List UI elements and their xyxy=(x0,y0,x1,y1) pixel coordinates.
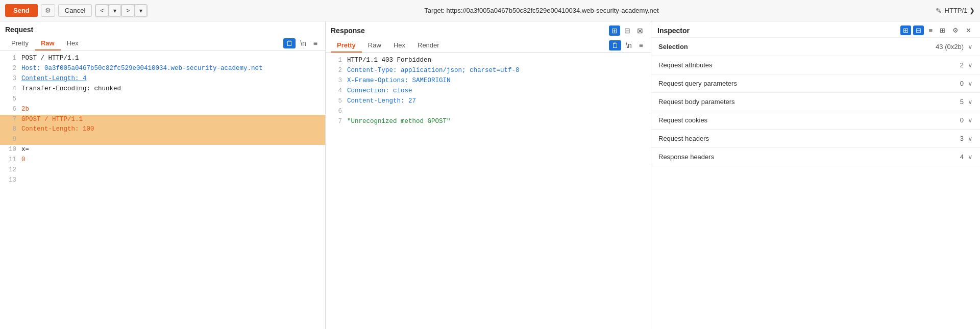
inspector-settings-icon[interactable]: ⚙ xyxy=(950,26,961,35)
tab-request-raw[interactable]: Raw xyxy=(35,37,61,50)
toolbar-target: Target: https://0a3f005a0467b50c82fc529e… xyxy=(151,7,932,14)
code-line: 7 "Unrecognized method GPOST" xyxy=(326,117,651,127)
inspector-align-icon[interactable]: ≡ xyxy=(926,26,935,35)
code-line-selected: 9 xyxy=(0,135,325,145)
resp-view-icon1[interactable]: ⊞ xyxy=(609,26,620,36)
inspector-title: Inspector xyxy=(657,27,900,35)
request-list-icon[interactable]: ≡ xyxy=(311,38,320,48)
http-version[interactable]: HTTP/1 ❯ xyxy=(945,7,975,14)
inspector-icons: ⊞ ⊟ ≡ ⊞ ⚙ ✕ xyxy=(900,26,974,35)
row-count: 0 xyxy=(960,116,964,124)
code-line: 3 X-Frame-Options: SAMEORIGIN xyxy=(326,76,651,86)
selection-label: Selection xyxy=(658,43,936,50)
code-line: 6 2b xyxy=(0,105,325,115)
inspector-request-query-row[interactable]: Request query parameters 0 ∨ xyxy=(651,74,980,93)
row-label: Request query parameters xyxy=(658,80,960,87)
row-chevron-icon: ∨ xyxy=(968,61,973,69)
row-chevron-icon: ∨ xyxy=(968,116,973,124)
nav-forward-button[interactable]: > xyxy=(121,5,134,17)
tab-response-render[interactable]: Render xyxy=(411,39,446,53)
inspector-view2-icon[interactable]: ⊟ xyxy=(913,26,924,35)
code-line: 2 Content-Type: application/json; charse… xyxy=(326,66,651,76)
chevron-left-icon: < xyxy=(100,7,104,14)
response-code-area[interactable]: 1 HTTP/1.1 403 Forbidden 2 Content-Type:… xyxy=(326,53,651,329)
code-line: 1 POST / HTTP/1.1 xyxy=(0,54,325,64)
inspector-request-attributes-row[interactable]: Request attributes 2 ∨ xyxy=(651,56,980,74)
request-title: Request xyxy=(0,21,325,36)
row-chevron-icon: ∨ xyxy=(968,153,973,161)
row-label: Request headers xyxy=(658,135,960,142)
code-line: 13 xyxy=(0,175,325,186)
request-doc-icon[interactable]: 🗒 xyxy=(283,38,296,48)
row-count: 4 xyxy=(960,153,964,161)
row-label: Response headers xyxy=(658,153,960,161)
row-count: 2 xyxy=(960,61,964,69)
resp-view-icon2[interactable]: ⊟ xyxy=(622,26,633,36)
main-area: Request Pretty Raw Hex 🗒 \n ≡ 1 POST / H… xyxy=(0,21,980,329)
code-line-selected: 8 Content-Length: 100 xyxy=(0,124,325,134)
cancel-button[interactable]: Cancel xyxy=(58,4,92,17)
code-line: 4 Connection: close xyxy=(326,86,651,96)
inspector-header: Inspector ⊞ ⊟ ≡ ⊞ ⚙ ✕ xyxy=(651,21,980,38)
code-line: 2 Host: 0a3f005a0467b50c82fc529e00410034… xyxy=(0,64,325,74)
response-newline-icon[interactable]: \n xyxy=(623,40,634,50)
row-chevron-icon: ∨ xyxy=(968,98,973,106)
row-count: 5 xyxy=(960,98,964,106)
row-label: Request cookies xyxy=(658,116,960,124)
selection-value: 43 (0x2b) xyxy=(936,43,964,50)
inspector-panel: Inspector ⊞ ⊟ ≡ ⊞ ⚙ ✕ Selection 43 (0x2b… xyxy=(651,21,980,329)
nav-back-button[interactable]: < xyxy=(95,5,108,17)
request-newline-icon[interactable]: \n xyxy=(298,38,309,48)
inspector-request-body-row[interactable]: Request body parameters 5 ∨ xyxy=(651,93,980,111)
response-tab-actions: 🗒 \n ≡ xyxy=(609,40,646,50)
tab-response-hex[interactable]: Hex xyxy=(387,39,411,53)
row-chevron-icon: ∨ xyxy=(968,80,973,87)
request-tabs-row: Pretty Raw Hex 🗒 \n ≡ xyxy=(0,36,325,50)
edit-target-icon[interactable]: ✎ xyxy=(936,7,942,15)
inspector-expand-icon[interactable]: ⊞ xyxy=(937,26,948,35)
code-line: 5 xyxy=(0,94,325,105)
request-code-area[interactable]: 1 POST / HTTP/1.1 2 Host: 0a3f005a0467b5… xyxy=(0,50,325,329)
code-line: 3 Content-Length: 4 xyxy=(0,74,325,84)
row-count: 3 xyxy=(960,135,964,142)
inspector-close-icon[interactable]: ✕ xyxy=(963,26,974,35)
code-line: 5 Content-Length: 27 xyxy=(326,96,651,107)
code-line: 4 Transfer-Encoding: chunked xyxy=(0,84,325,94)
code-line: 1 HTTP/1.1 403 Forbidden xyxy=(326,56,651,66)
chevron-down-icon: ▾ xyxy=(113,7,116,14)
row-count: 0 xyxy=(960,80,964,87)
response-tabs-row: Pretty Raw Hex Render 🗒 \n ≡ xyxy=(326,38,651,53)
inspector-response-headers-row[interactable]: Response headers 4 ∨ xyxy=(651,148,980,166)
response-title: Response xyxy=(331,27,365,35)
request-panel: Request Pretty Raw Hex 🗒 \n ≡ 1 POST / H… xyxy=(0,21,326,329)
send-options-button[interactable]: ⚙ xyxy=(41,4,55,17)
code-line: 10 x= xyxy=(0,145,325,155)
inspector-view1-icon[interactable]: ⊞ xyxy=(900,26,911,35)
code-line: 6 xyxy=(326,107,651,117)
response-doc-icon[interactable]: 🗒 xyxy=(609,40,621,50)
request-tab-actions: 🗒 \n ≡ xyxy=(283,38,320,48)
response-panel: Response ⊞ ⊟ ⊠ Pretty Raw Hex Render 🗒 \… xyxy=(326,21,651,329)
toolbar: Send ⚙ Cancel < ▾ > ▾ Target: https://0a… xyxy=(0,0,980,21)
nav-fwd-button[interactable]: ▾ xyxy=(109,5,121,17)
tab-request-pretty[interactable]: Pretty xyxy=(5,37,35,50)
tab-request-hex[interactable]: Hex xyxy=(61,37,85,50)
inspector-request-headers-row[interactable]: Request headers 3 ∨ xyxy=(651,130,980,148)
row-label: Request body parameters xyxy=(658,98,960,106)
nav-fwd2-button[interactable]: ▾ xyxy=(135,5,147,17)
tab-response-pretty[interactable]: Pretty xyxy=(331,39,362,53)
resp-view-icon3[interactable]: ⊠ xyxy=(634,26,646,36)
inspector-request-cookies-row[interactable]: Request cookies 0 ∨ xyxy=(651,111,980,130)
row-chevron-icon: ∨ xyxy=(968,135,973,142)
inspector-selection-row[interactable]: Selection 43 (0x2b) ∨ xyxy=(651,38,980,56)
send-button[interactable]: Send xyxy=(5,4,38,17)
chevron-down2-icon: ▾ xyxy=(139,7,142,14)
code-line: 11 0 xyxy=(0,155,325,165)
row-label: Request attributes xyxy=(658,61,960,69)
code-line-selected: 7 GPOST / HTTP/1.1 xyxy=(0,115,325,124)
response-list-icon[interactable]: ≡ xyxy=(636,40,646,50)
tab-response-raw[interactable]: Raw xyxy=(362,39,387,53)
chevron-right-icon: > xyxy=(126,7,130,14)
selection-chevron-icon: ∨ xyxy=(968,43,973,50)
code-line: 12 xyxy=(0,165,325,175)
